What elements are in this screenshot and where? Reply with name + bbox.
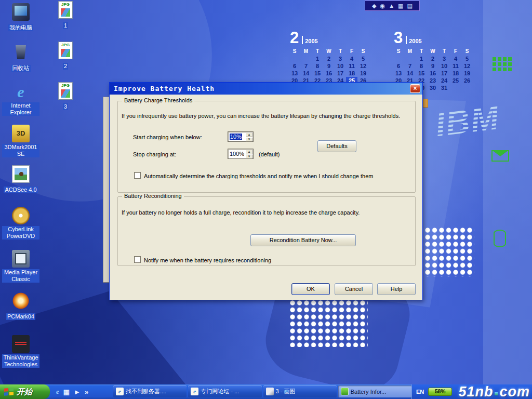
calendar-month: 3 bbox=[394, 30, 403, 46]
calendar-date: 18 bbox=[450, 70, 461, 77]
calendar-date: 8 bbox=[416, 62, 427, 70]
notify-reconditioning-checkbox-label[interactable]: Notify me when the battery requires reco… bbox=[144, 257, 409, 264]
windows-flag-icon bbox=[4, 388, 14, 396]
desktop-icon-internet-explorer[interactable]: Internet Explorer bbox=[2, 83, 39, 116]
spinner-down-icon[interactable]: ▼ bbox=[246, 137, 252, 142]
calendar-date: 17 bbox=[335, 70, 346, 77]
calendar-date: 4 bbox=[450, 55, 461, 62]
close-icon[interactable]: × bbox=[410, 84, 420, 93]
jpg-file-icon bbox=[58, 82, 73, 100]
calendar-date: 7 bbox=[404, 62, 416, 70]
task-label: 3 - 画图 bbox=[276, 388, 296, 395]
desktop-icon-powerdvd[interactable]: CyberLink PowerDVD bbox=[2, 207, 39, 240]
spinner-down-icon[interactable]: ▼ bbox=[246, 154, 252, 159]
calendar-date: 1 bbox=[312, 55, 323, 62]
ibm-logo: IBM bbox=[433, 98, 501, 144]
calendar-date bbox=[450, 84, 461, 91]
jpg-file-icon bbox=[58, 42, 73, 59]
cancel-button[interactable]: Cancel bbox=[335, 283, 373, 295]
calendar-date bbox=[393, 55, 404, 62]
calendar-day-header: F bbox=[450, 48, 461, 55]
notify-reconditioning-checkbox[interactable] bbox=[134, 256, 141, 263]
desktop-icon-recycle-bin[interactable]: 回收站 bbox=[2, 44, 39, 72]
battery-indicator[interactable]: 58% bbox=[428, 388, 452, 396]
task-label: 专门网论坛 - ... bbox=[201, 388, 239, 395]
desktop-icon-pcmark04[interactable]: PCMark04 bbox=[2, 292, 39, 321]
calendar-date: 3 bbox=[335, 55, 346, 62]
group-title: Battery Reconditioning bbox=[122, 193, 184, 199]
calendar-day-header: T bbox=[416, 48, 427, 55]
desktop-icon-acdsee[interactable]: ACDSee 4.0 bbox=[2, 165, 39, 194]
calendar-date: 31 bbox=[438, 84, 450, 91]
desktop-icon-label: 2 bbox=[63, 63, 68, 70]
calendar-day-header: M bbox=[300, 48, 312, 55]
taskbar-task-2[interactable]: e专门网论坛 - ... bbox=[188, 385, 261, 397]
3dmark2001-icon bbox=[12, 125, 30, 142]
stop-charging-spinner[interactable]: 100% ▲▼ bbox=[228, 149, 254, 159]
recondition-battery-now-button[interactable]: Recondition Battery Now... bbox=[250, 234, 356, 246]
start-button[interactable]: 开始 bbox=[0, 384, 50, 399]
calendar-date: 10 bbox=[438, 62, 450, 70]
desktop-icon-3dmark2001[interactable]: 3DMark2001 SE bbox=[2, 125, 39, 158]
keyboard-icon[interactable]: ▦ bbox=[398, 1, 403, 10]
desktop-tray-toolbar[interactable]: ◆◉▲▦▤ bbox=[365, 1, 420, 11]
improve-battery-health-dialog: Improve Battery Health × Battery Charge … bbox=[109, 82, 423, 300]
desktop-icon-label: 1 bbox=[63, 22, 68, 29]
taskbar-task-3[interactable]: 3 - 画图 bbox=[263, 385, 337, 397]
calendar-day-header: T bbox=[312, 48, 323, 55]
calendar-date: 2 bbox=[427, 55, 438, 62]
spinner-up-icon[interactable]: ▲ bbox=[246, 150, 252, 154]
battery-cylinder-icon bbox=[494, 230, 506, 247]
ok-button[interactable]: OK bbox=[291, 283, 330, 295]
dot-pattern bbox=[290, 300, 368, 347]
calendar-date bbox=[461, 84, 473, 91]
desktop-icon-jpg-2[interactable]: 2 bbox=[47, 42, 84, 70]
calendar-year: 2005 bbox=[305, 38, 317, 44]
calendar-date: 25 bbox=[450, 77, 461, 84]
taskbar-task-4[interactable]: Battery Infor... bbox=[338, 385, 411, 397]
ie-quicklaunch-icon[interactable]: e bbox=[56, 388, 59, 396]
calendar-day-header: T bbox=[438, 48, 450, 55]
desktop-icon-my-computer[interactable]: 我的电脑 bbox=[2, 3, 39, 32]
calendar-date: 19 bbox=[357, 70, 369, 77]
start-charging-label: Start charging when below: bbox=[133, 134, 202, 141]
chevron-icon[interactable]: » bbox=[85, 388, 88, 396]
speaker-icon[interactable]: ◉ bbox=[380, 1, 385, 10]
auto-determine-checkbox-label[interactable]: Automatically determine the charging thr… bbox=[144, 173, 409, 180]
auto-determine-checkbox[interactable] bbox=[134, 172, 141, 179]
calendar-day-header: W bbox=[427, 48, 438, 55]
dialog-titlebar[interactable]: Improve Battery Health × bbox=[110, 83, 422, 95]
dialog-title: Improve Battery Health bbox=[112, 85, 215, 92]
calendar-header: 22005 bbox=[290, 28, 370, 46]
media-quicklaunch-icon[interactable]: ► bbox=[74, 388, 81, 396]
calendar-date: 12 bbox=[357, 62, 369, 70]
pen-icon[interactable]: ▲ bbox=[389, 1, 394, 10]
desktop-icon-media-player-classic[interactable]: Media Player Classic bbox=[2, 250, 39, 283]
desktop-icon-jpg-1[interactable]: 1 bbox=[47, 1, 84, 30]
calendar-day-header: F bbox=[346, 48, 357, 55]
desktop-icon-thinkvantage[interactable]: ThinkVantage Technologies bbox=[2, 335, 39, 368]
calendar-divider bbox=[302, 36, 303, 44]
start-charging-value: 10% bbox=[230, 134, 242, 140]
thresholds-description: If you infrequently use battery power, y… bbox=[122, 113, 413, 119]
show-desktop-icon[interactable]: ▦ bbox=[63, 388, 70, 396]
phone-icon[interactable]: ◆ bbox=[372, 1, 376, 10]
spinner-buttons: ▲▼ bbox=[246, 150, 252, 158]
calendar-day-header: W bbox=[323, 48, 335, 55]
help-button[interactable]: Help bbox=[377, 283, 416, 295]
spinner-up-icon[interactable]: ▲ bbox=[246, 132, 252, 137]
calendar-divider bbox=[406, 36, 407, 44]
notes-icon[interactable]: ▤ bbox=[407, 1, 412, 10]
taskbar-task-1[interactable]: e找不到服务器.... bbox=[113, 385, 187, 397]
thinkvantage-icon bbox=[12, 335, 30, 353]
powerdvd-icon bbox=[12, 207, 30, 224]
desktop-icon-label: 3DMark2001 SE bbox=[2, 144, 39, 157]
desktop-icon-jpg-3[interactable]: 3 bbox=[47, 82, 84, 111]
watermark-suffix: com bbox=[499, 384, 530, 399]
mail-icon bbox=[491, 150, 509, 162]
defaults-button[interactable]: Defaults bbox=[317, 140, 356, 152]
language-indicator[interactable]: EN bbox=[416, 389, 424, 395]
calendar-date: 12 bbox=[461, 62, 473, 70]
background-window-fragment bbox=[423, 99, 428, 108]
start-charging-spinner[interactable]: 10% ▲▼ bbox=[228, 131, 254, 142]
